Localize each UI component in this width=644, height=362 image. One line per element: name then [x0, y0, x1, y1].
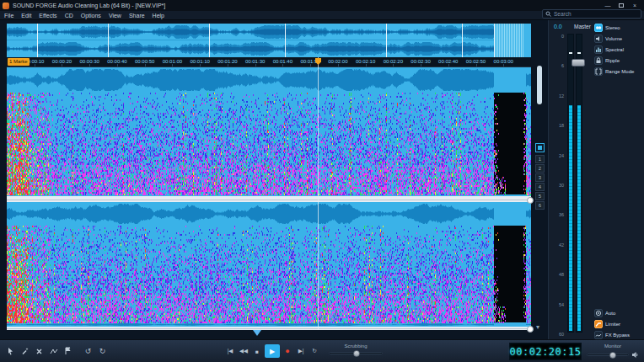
ruler-tick	[310, 64, 311, 67]
search-input[interactable]: Search	[542, 9, 641, 19]
meter-scale-label: 18	[559, 123, 564, 128]
scroll-down-icon[interactable]: ▾	[536, 323, 539, 331]
ruler-tick-label: 00:01:20	[217, 59, 237, 64]
marker-tag[interactable]: 1 Marke	[8, 58, 30, 66]
zoom-level-button-1[interactable]: 1	[535, 155, 545, 163]
ruler-tick	[35, 64, 35, 67]
play-button[interactable]: ▶	[265, 344, 280, 358]
zoom-level-button-3[interactable]: 3	[535, 173, 545, 182]
ruler-tick	[393, 64, 394, 67]
loop-button[interactable]: ↻	[309, 344, 320, 358]
ruler-tick-label: 00:02:50	[466, 59, 486, 64]
redo-button[interactable]: ↻	[96, 344, 109, 358]
monitor-label: Monitor	[587, 343, 639, 349]
ruler-tick-label: 00:00:20	[52, 59, 72, 64]
previous-button[interactable]: ◀◀	[238, 344, 250, 358]
undo-button[interactable]: ↺	[82, 344, 94, 358]
menu-file[interactable]: File	[4, 13, 13, 19]
button-label: Volume	[605, 36, 622, 41]
button-label: Auto	[605, 311, 615, 316]
ruler-tick-label: 00:02:10	[356, 59, 375, 64]
ruler-tick-label: 00:02:20	[384, 59, 403, 64]
button-label: Range Mode	[605, 69, 634, 74]
monitor-control: Monitor	[587, 343, 639, 359]
zoom-strip: ▾ 123456	[534, 20, 548, 339]
wand-tool[interactable]	[19, 344, 31, 358]
zoom-level-button-4[interactable]: 4	[535, 183, 545, 191]
ripple-icon	[594, 56, 603, 65]
ruler-tick	[145, 64, 146, 67]
limiter-icon	[594, 320, 603, 328]
waveform-overview[interactable]	[7, 24, 531, 57]
ruler-tick-label: 00:01:00	[163, 59, 182, 64]
delete-tool[interactable]	[33, 344, 46, 358]
transport-bar: ↺↻ |◀◀◀■▶●▶|↻ Scrubbing 00:02:20:15 Moni…	[0, 339, 644, 362]
go-to-end-button[interactable]: ▶|	[295, 344, 307, 358]
menu-effects[interactable]: Effects	[39, 13, 56, 19]
ruler-tick	[338, 64, 339, 67]
ruler-tick-label: 00:00:40	[107, 59, 126, 64]
spectrogram-channel-right[interactable]	[7, 202, 531, 327]
menu-help[interactable]: Help	[153, 13, 164, 19]
envelope-tool[interactable]	[47, 344, 60, 358]
scrubbing-slider-handle[interactable]	[353, 350, 360, 357]
master-label: Master	[574, 24, 591, 29]
scrubbing-control: Scrubbing	[329, 343, 383, 354]
stop-button[interactable]: ■	[251, 344, 263, 358]
app-logo-icon	[3, 3, 9, 9]
spectral-button[interactable]: Spectral	[594, 44, 644, 55]
scrubbing-slider[interactable]	[329, 352, 383, 354]
menu-cd[interactable]: CD	[65, 13, 73, 19]
monitor-volume-slider[interactable]	[587, 354, 629, 356]
position-marker-icon[interactable]	[253, 330, 261, 336]
ruler-tick	[366, 64, 367, 67]
spectrogram-channel-left[interactable]	[7, 67, 531, 196]
button-label: Ripple	[605, 58, 620, 63]
menu-share[interactable]: Share	[129, 13, 145, 19]
ripple-button[interactable]: Ripple	[594, 55, 644, 66]
ruler-tick	[117, 64, 118, 67]
meter-scale-label: 42	[559, 242, 564, 248]
clip-bottom-edge[interactable]	[7, 327, 531, 330]
monitor-volume-handle[interactable]	[609, 352, 616, 359]
meter-scale-label: 24	[559, 153, 564, 158]
master-panel: 0.0 Master 06121824303642485460 StereoVo…	[548, 20, 644, 339]
volume-button[interactable]: Volume	[594, 33, 644, 44]
zoom-level-button-6[interactable]: 6	[535, 201, 545, 210]
meter-scale-label: 12	[559, 93, 564, 98]
button-label: FX Bypass	[605, 333, 630, 338]
record-button[interactable]: ●	[282, 344, 293, 358]
level-meter-left	[567, 34, 574, 333]
master-fader-handle[interactable]	[572, 59, 585, 67]
ruler-tick-label: 00:02:30	[411, 59, 430, 64]
vertical-scrollbar-thumb[interactable]	[537, 66, 542, 104]
meter-scale-label: 6	[561, 63, 564, 68]
zoom-preset-button[interactable]	[535, 143, 545, 152]
ruler-tick-label: 00:02:00	[328, 59, 347, 64]
pointer-tool[interactable]	[4, 344, 17, 358]
auto-button[interactable]: Auto	[594, 307, 644, 318]
zoom-level-button-2[interactable]: 2	[535, 164, 545, 173]
ruler-tick	[255, 64, 256, 67]
speaker-icon	[631, 351, 639, 359]
meter-scale: 06121824303642485460	[549, 34, 566, 333]
menu-view[interactable]: View	[109, 13, 121, 19]
spectral-icon	[594, 45, 603, 54]
ruler-tick	[448, 64, 449, 67]
search-placeholder: Search	[554, 11, 572, 17]
time-display-value: 00:02:20:15	[510, 346, 582, 358]
limiter-button[interactable]: Limiter	[594, 318, 644, 329]
menu-edit[interactable]: Edit	[21, 13, 31, 19]
menu-options[interactable]: Options	[81, 13, 101, 19]
stereo-button[interactable]: Stereo	[594, 22, 644, 33]
time-display: 00:02:20:15	[509, 343, 582, 360]
stereo-icon	[594, 24, 603, 32]
channel-divider[interactable]	[7, 196, 531, 202]
zoom-level-button-5[interactable]: 5	[535, 192, 545, 200]
timeline-ruler[interactable]: 1 Marke 00:00:1000:00:2000:00:3000:00:40…	[7, 57, 531, 67]
go-to-start-button[interactable]: |◀	[224, 344, 236, 358]
ruler-tick	[421, 64, 421, 67]
marker-tool[interactable]	[62, 344, 74, 358]
search-icon	[545, 11, 551, 17]
range-mode-button[interactable]: Range Mode	[594, 66, 644, 77]
